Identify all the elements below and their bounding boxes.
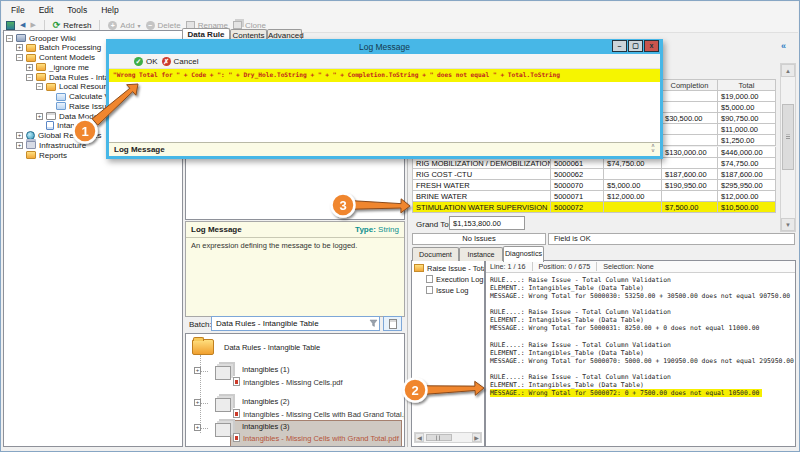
batch-document-button[interactable] — [383, 316, 402, 331]
batch-file-intangibles-2[interactable]: Intangibles - Missing Cells with Bad Gra… — [243, 410, 405, 419]
cancel-button[interactable]: ✗ Cancel — [162, 57, 199, 66]
batch-item-intangibles-3[interactable]: Intangibles (3) — [242, 422, 290, 431]
expand-icon[interactable]: + — [16, 142, 23, 149]
maximize-icon[interactable]: ▢ — [628, 40, 643, 52]
batch-item-intangibles-2[interactable]: Intangibles (2) — [242, 397, 290, 406]
add-icon: + — [108, 21, 117, 30]
dialog-title-bar[interactable]: Log Message — [108, 41, 661, 54]
table-cell — [662, 158, 718, 169]
expand-icon[interactable]: + — [16, 44, 23, 51]
expression-text[interactable]: "Wrong Total for " + Code + ": " + Dry_H… — [109, 69, 660, 82]
log-line-6: ELEMENT.: Intangibles_Table (Data Table) — [490, 316, 794, 324]
table-cell: 5000062 — [551, 169, 604, 180]
diagnostics-item-label: Issue Log — [436, 286, 469, 295]
cancel-x-icon: ✗ — [162, 57, 171, 66]
expand-icon[interactable]: + — [194, 399, 201, 406]
nav-tree-item-global-resources[interactable]: +Global Resources — [16, 131, 102, 141]
grand-total-input[interactable] — [449, 216, 525, 230]
back-icon[interactable]: ◀ — [20, 21, 25, 29]
scrollbar-thumb[interactable] — [426, 434, 452, 441]
nav-tree-label: Data Model — [59, 112, 100, 121]
log-line-8 — [490, 332, 794, 340]
pin-panel-icon[interactable]: « — [781, 41, 785, 51]
table-cell: RIG COST -CTU — [412, 169, 551, 180]
nav-tree-item-data-model[interactable]: +Data Model — [36, 111, 100, 121]
collapse-icon[interactable]: − — [6, 35, 13, 42]
menu-help[interactable]: Help — [101, 5, 118, 15]
batch-combobox[interactable]: Data Rules - Intangible Table — [211, 316, 380, 331]
diagnostics-selection-indicator: Selection: None — [603, 262, 654, 271]
forward-icon[interactable]: ▶ — [30, 21, 35, 29]
expand-icon[interactable]: + — [194, 367, 201, 374]
table-cell — [662, 91, 718, 102]
scrollbar-thumb[interactable] — [782, 104, 794, 170]
table-cell — [662, 124, 718, 135]
diagnostics-tree-root[interactable]: Raise Issue - Total Column Validation — [414, 263, 485, 273]
diagnostics-horizontal-scrollbar[interactable]: ◀ ▶ — [414, 432, 482, 443]
expand-icon[interactable]: + — [36, 113, 43, 120]
collapse-icon[interactable]: − — [26, 74, 33, 81]
table-cell: 5000072 — [551, 202, 604, 213]
diagnostics-item-issue-log[interactable]: Issue Log — [426, 285, 469, 295]
table-row-11[interactable]: STIMULATION WATER SUPERVISION5000072$7,5… — [412, 202, 776, 213]
scroll-left-icon[interactable]: ◀ — [415, 433, 424, 442]
scroll-right-icon[interactable]: ▶ — [472, 433, 481, 442]
batch-root-label: Data Rules - Intangible Table — [224, 343, 320, 352]
table-cell: $11,000.00 — [718, 124, 776, 135]
table-row-8[interactable]: RIG COST -CTU5000062$187,600.00$187,600.… — [412, 169, 776, 180]
batch-file-intangibles-1[interactable]: Intangibles - Missing Cells.pdf — [243, 378, 343, 387]
menu-edit[interactable]: Edit — [39, 5, 54, 15]
table-cell — [662, 191, 718, 202]
diagnostics-item-execution-log[interactable]: Execution Log — [426, 274, 484, 284]
diagnostics-log-text[interactable]: RULE....: Raise Issue - Total Column Val… — [490, 276, 794, 397]
table-cell: BRINE WATER — [412, 191, 551, 202]
table-row-10[interactable]: BRINE WATER5000071$12,000.00$12,000.00 — [412, 191, 776, 202]
add-label: Add — [120, 21, 134, 30]
refresh-icon: ⟳ — [53, 20, 61, 30]
collapse-icon[interactable]: − — [16, 54, 23, 61]
scroll-up-icon[interactable]: ▲ — [781, 64, 795, 77]
nav-tree-item-grooper-wiki[interactable]: −Grooper Wiki — [6, 33, 76, 43]
expand-icon[interactable]: + — [26, 64, 33, 71]
minimize-icon[interactable]: – — [612, 40, 627, 52]
nav-tree-item-batch-processing[interactable]: +Batch Processing — [16, 43, 101, 53]
spinner-icon[interactable]: ˄˅ — [649, 144, 657, 154]
tab-instance-view[interactable]: Instance View — [459, 247, 503, 261]
table-cell: $74,750.00 — [604, 158, 662, 169]
ok-button[interactable]: ✓ OK — [134, 57, 158, 66]
delete-button[interactable]: − Delete — [146, 21, 181, 30]
table-cell: $187,600.00 — [718, 169, 776, 180]
expand-icon[interactable]: + — [194, 424, 201, 431]
document-stack-icon — [215, 423, 231, 437]
nav-tree-item-ignore-me[interactable]: +_ignore me — [26, 62, 89, 72]
calc-icon — [56, 93, 66, 101]
tab-document-view[interactable]: Document View — [412, 247, 459, 261]
nav-tree-label: Intangibles — [57, 121, 96, 130]
scroll-down-icon[interactable]: ▼ — [781, 218, 795, 231]
menu-file[interactable]: File — [11, 5, 25, 15]
refresh-button[interactable]: ⟳ Refresh — [53, 20, 92, 30]
nav-tree-item-intangibles[interactable]: Intangibles — [36, 121, 96, 131]
collapse-icon[interactable]: − — [36, 83, 43, 90]
folder-icon — [26, 151, 36, 159]
menu-tools[interactable]: Tools — [67, 5, 87, 15]
expand-icon[interactable]: + — [16, 132, 23, 139]
table-cell: $10,500.00 — [718, 202, 776, 213]
diagnostics-line-indicator: Line: 1 / 16 — [490, 262, 526, 271]
batch-item-intangibles-1[interactable]: Intangibles (1) — [242, 365, 290, 374]
nav-tree-label: _ignore me — [49, 63, 89, 72]
table-row-9[interactable]: FRESH WATER5000070$5,000.00$190,950.00$2… — [412, 180, 776, 191]
table-vertical-scrollbar[interactable]: ▲ ▼ — [780, 63, 796, 232]
close-icon[interactable]: x — [644, 40, 659, 52]
table-row-7[interactable]: RIG MOBILIZATION / DEMOBILIZATION5000061… — [412, 158, 776, 169]
batch-file-intangibles-3[interactable]: Intangibles - Missing Cells with Grand T… — [243, 434, 399, 443]
nav-tree-item-content-models[interactable]: −Content Models — [16, 53, 95, 63]
nav-tree-item-infrastructure[interactable]: +Infrastructure — [16, 140, 86, 150]
log-line-2: ELEMENT.: Intangibles_Table (Data Table) — [490, 284, 794, 292]
table-cell: $190,950.00 — [662, 180, 718, 191]
log-line-12 — [490, 365, 794, 373]
divider — [186, 237, 404, 238]
tab-diagnostics[interactable]: Diagnostics — [503, 246, 544, 262]
add-button[interactable]: + Add ▾ — [108, 21, 140, 30]
nav-tree-item-reports[interactable]: Reports — [16, 150, 67, 160]
